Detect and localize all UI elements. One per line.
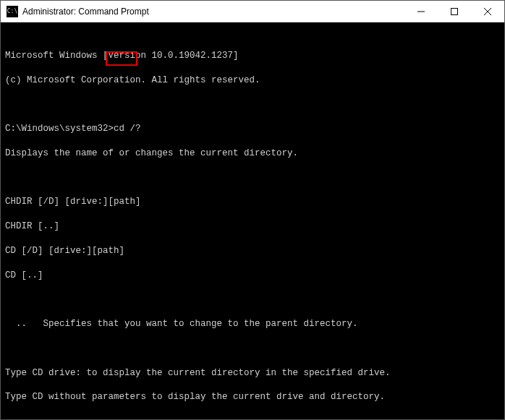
window-title: Administrator: Command Prompt (22, 7, 404, 17)
cmd-icon: C:\ (7, 6, 18, 17)
terminal-area[interactable]: Microsoft Windows [Version 10.0.19042.12… (1, 22, 504, 419)
terminal-line (5, 293, 500, 306)
minimize-icon (417, 8, 425, 15)
maximize-button[interactable] (438, 1, 471, 22)
terminal-line: Type CD drive: to display the current di… (5, 367, 500, 380)
maximize-icon (451, 8, 458, 15)
terminal-line: Type CD without parameters to display th… (5, 391, 500, 403)
terminal-line: CHDIR [..] (5, 220, 500, 233)
minimize-button[interactable] (404, 1, 438, 22)
terminal-line (5, 172, 500, 184)
svg-rect-1 (451, 8, 458, 14)
cmd-window: C:\ Administrator: Command Prompt Micros… (0, 0, 505, 420)
terminal-line: .. Specifies that you want to change to … (5, 318, 500, 330)
terminal-line: (c) Microsoft Corporation. All rights re… (5, 74, 500, 87)
close-icon (484, 8, 491, 15)
titlebar[interactable]: C:\ Administrator: Command Prompt (1, 1, 504, 22)
terminal-line (5, 343, 500, 355)
terminal-line (5, 416, 500, 419)
window-controls (404, 1, 504, 22)
terminal-line: CHDIR [/D] [drive:][path] (5, 196, 500, 208)
close-button[interactable] (471, 1, 504, 22)
terminal-prompt-line: C:\Windows\system32>cd /? (5, 123, 500, 135)
terminal-line (5, 98, 500, 111)
terminal-line: CD [..] (5, 270, 500, 282)
terminal-line: CD [/D] [drive:][path] (5, 245, 500, 257)
terminal-line: Displays the name of or changes the curr… (5, 147, 500, 160)
terminal-line: Microsoft Windows [Version 10.0.19042.12… (5, 50, 500, 62)
